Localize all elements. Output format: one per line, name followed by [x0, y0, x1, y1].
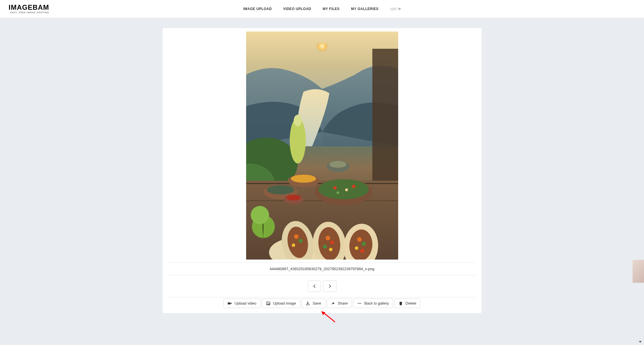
upload-video-button[interactable]: Upload video: [223, 299, 261, 308]
svg-point-44: [358, 303, 359, 304]
svg-point-32: [299, 239, 303, 243]
svg-point-18: [333, 186, 337, 190]
svg-point-21: [336, 191, 339, 194]
share-icon: [331, 301, 335, 305]
logo-tagline: FAST, FREE IMAGE HOSTING: [9, 11, 49, 14]
button-label: Delete: [406, 301, 417, 305]
nav-image-upload[interactable]: IMAGE UPLOAD: [243, 7, 272, 11]
svg-point-11: [291, 175, 316, 183]
svg-point-13: [329, 161, 347, 168]
svg-point-36: [323, 245, 327, 249]
nav-my-galleries[interactable]: MY GALLERIES: [351, 7, 379, 11]
action-buttons: Upload video Upload image Save Share: [168, 297, 476, 308]
svg-point-41: [360, 249, 364, 253]
chevron-down-icon: [398, 8, 401, 10]
ellipsis-icon: [357, 301, 361, 305]
chevron-left-icon: [312, 284, 316, 288]
save-button[interactable]: Save: [301, 299, 326, 308]
trash-icon: [399, 301, 403, 305]
button-label: Back to gallery: [364, 301, 389, 305]
site-logo[interactable]: IMAGEBAM FAST, FREE IMAGE HOSTING: [9, 4, 49, 14]
svg-point-34: [326, 236, 330, 240]
back-to-gallery-button[interactable]: Back to gallery: [353, 299, 393, 308]
svg-point-9: [267, 185, 294, 194]
button-label: Upload video: [235, 301, 256, 305]
svg-rect-48: [400, 301, 401, 302]
svg-point-43: [267, 303, 268, 303]
svg-point-7: [294, 115, 302, 126]
nav-video-upload[interactable]: VIDEO UPLOAD: [283, 7, 311, 11]
navigation-buttons: [168, 275, 476, 297]
logo-text: IMAGEBAM: [9, 4, 49, 11]
svg-point-39: [362, 242, 366, 246]
download-icon: [306, 301, 310, 305]
svg-point-35: [330, 240, 334, 244]
svg-point-20: [352, 185, 355, 188]
svg-point-37: [329, 248, 332, 251]
svg-point-45: [359, 303, 360, 304]
content-area: 444480997_439325185630279_20279523922397…: [0, 18, 644, 323]
svg-point-31: [294, 234, 299, 239]
button-label: Share: [338, 301, 348, 305]
main-nav: IMAGE UPLOAD VIDEO UPLOAD MY FILES MY GA…: [243, 7, 401, 11]
filename-label: 444480997_439325185630279_20279523922397…: [168, 263, 476, 275]
svg-point-23: [251, 206, 269, 224]
svg-point-38: [357, 237, 362, 242]
svg-point-33: [292, 243, 295, 247]
svg-point-40: [355, 246, 358, 250]
image-container: [168, 32, 476, 262]
button-label: Save: [313, 301, 321, 305]
svg-rect-47: [399, 302, 402, 303]
svg-rect-42: [266, 302, 270, 305]
button-label: Upload image: [273, 301, 296, 305]
user-menu-dropdown[interactable]: user: [390, 7, 401, 11]
video-camera-icon: [228, 301, 232, 305]
svg-point-1: [306, 43, 338, 75]
svg-point-15: [286, 195, 301, 200]
share-button[interactable]: Share: [327, 299, 352, 308]
chevron-right-icon: [328, 284, 332, 288]
delete-button[interactable]: Delete: [394, 299, 421, 308]
next-image-button[interactable]: [323, 280, 336, 292]
prev-image-button[interactable]: [308, 280, 321, 292]
nav-my-files[interactable]: MY FILES: [323, 7, 340, 11]
svg-point-46: [360, 303, 361, 304]
svg-point-17: [318, 179, 369, 199]
main-image[interactable]: [246, 32, 398, 260]
svg-point-19: [345, 188, 348, 191]
svg-rect-2: [372, 49, 398, 192]
user-label: user: [390, 7, 397, 11]
upload-image-button[interactable]: Upload image: [262, 299, 300, 308]
header: IMAGEBAM FAST, FREE IMAGE HOSTING IMAGE …: [0, 0, 644, 18]
image-card: 444480997_439325185630279_20279523922397…: [163, 28, 482, 313]
image-icon: [266, 301, 270, 305]
side-thumbnail[interactable]: [633, 260, 644, 283]
